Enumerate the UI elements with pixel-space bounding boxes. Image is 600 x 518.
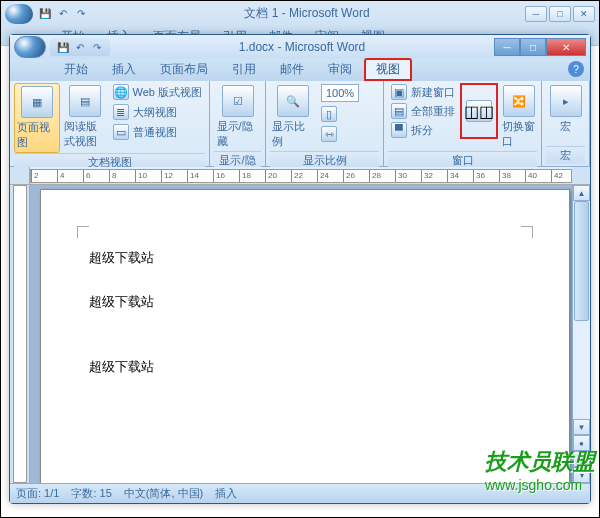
view-side-by-side-button[interactable]: ◫◫ — [460, 83, 498, 139]
page-width-button[interactable]: ⇿ — [318, 125, 362, 143]
group-macro: ▸ 宏 宏 — [542, 81, 590, 166]
undo-icon[interactable]: ↶ — [55, 6, 71, 22]
arrange-all-button[interactable]: ▤全部重排 — [388, 102, 458, 120]
status-bar: 页面: 1/1 字数: 15 中文(简体, 中国) 插入 — [10, 483, 590, 503]
page-view-label: 页面视图 — [17, 120, 57, 150]
bg-close-button[interactable]: ✕ — [573, 6, 595, 22]
macro-icon: ▸ — [550, 85, 582, 117]
redo-icon[interactable]: ↷ — [73, 6, 89, 22]
save-icon[interactable]: 💾 — [37, 6, 53, 22]
arrange-all-icon: ▤ — [391, 103, 407, 119]
ribbon-tabs: 开始 插入 页面布局 引用 邮件 审阅 视图 ? — [10, 59, 590, 81]
reading-view-icon: ▤ — [69, 85, 101, 117]
status-insert-mode[interactable]: 插入 — [215, 486, 237, 501]
reading-view-button[interactable]: ▤ 阅读版式视图 — [62, 83, 108, 151]
margin-corner-tl — [77, 226, 89, 238]
tab-insert[interactable]: 插入 — [100, 58, 148, 81]
quick-access-toolbar-bg: 💾 ↶ ↷ — [37, 6, 89, 22]
switch-window-button[interactable]: 🔀 切换窗口 — [500, 83, 537, 151]
zoom-100-button[interactable]: 100% — [318, 83, 362, 103]
reading-view-label: 阅读版式视图 — [64, 119, 106, 149]
split-icon: ▀ — [391, 122, 407, 138]
status-page[interactable]: 页面: 1/1 — [16, 486, 59, 501]
tab-ref[interactable]: 引用 — [220, 58, 268, 81]
zoom-label: 显示比例 — [272, 119, 314, 149]
zoom-icon: 🔍 — [277, 85, 309, 117]
outline-view-button[interactable]: ≣大纲视图 — [110, 103, 205, 121]
help-icon[interactable]: ? — [568, 61, 584, 77]
vertical-ruler[interactable] — [10, 185, 30, 483]
tab-start[interactable]: 开始 — [52, 58, 100, 81]
office-button-bg[interactable] — [5, 4, 33, 24]
ruler-corner — [10, 167, 30, 184]
scroll-thumb[interactable] — [574, 201, 589, 321]
redo-icon[interactable]: ↷ — [90, 40, 104, 54]
status-word-count[interactable]: 字数: 15 — [71, 486, 111, 501]
web-view-button[interactable]: 🌐Web 版式视图 — [110, 83, 205, 101]
office-button[interactable] — [14, 36, 46, 58]
page-view-icon: ▦ — [21, 86, 53, 118]
draft-view-icon: ▭ — [113, 124, 129, 140]
next-page-button[interactable]: ▾ — [573, 467, 590, 483]
foreground-word-window: 💾 ↶ ↷ 1.docx - Microsoft Word ─ □ ✕ 开始 插… — [9, 34, 591, 504]
tab-review[interactable]: 审阅 — [316, 58, 364, 81]
scroll-track[interactable] — [573, 201, 590, 419]
draft-view-button[interactable]: ▭普通视图 — [110, 123, 205, 141]
show-hide-icon: ☑ — [222, 85, 254, 117]
ruler-scrollbar-spacer — [572, 167, 590, 184]
one-page-button[interactable]: ▯ — [318, 105, 362, 123]
undo-icon[interactable]: ↶ — [73, 40, 87, 54]
switch-window-label: 切换窗口 — [502, 119, 535, 149]
document-page[interactable]: 超级下载站 超级下载站 超级下载站 — [40, 189, 570, 483]
page-viewport[interactable]: 超级下载站 超级下载站 超级下载站 — [30, 185, 572, 483]
maximize-button[interactable]: □ — [520, 38, 546, 56]
switch-window-icon: 🔀 — [503, 85, 535, 117]
paragraph[interactable]: 超级下载站 — [89, 240, 521, 276]
group-document-views: ▦ 页面视图 ▤ 阅读版式视图 🌐Web 版式视图 ≣大纲视图 ▭普通视图 文档… — [10, 81, 210, 166]
close-button[interactable]: ✕ — [546, 38, 586, 56]
macro-label: 宏 — [560, 119, 571, 134]
group-window: ▣新建窗口 ▤全部重排 ▀拆分 ◫◫ 🔀 切换窗口 窗口 — [384, 81, 542, 166]
group-label-macro: 宏 — [546, 146, 585, 164]
document-area: 超级下载站 超级下载站 超级下载站 ▲ ▼ ● ▴ ▾ — [10, 185, 590, 483]
web-view-icon: 🌐 — [113, 84, 129, 100]
quick-access-toolbar: 💾 ↶ ↷ — [50, 38, 110, 56]
macro-button[interactable]: ▸ 宏 — [549, 83, 583, 136]
tab-mail[interactable]: 邮件 — [268, 58, 316, 81]
side-by-side-icon: ◫◫ — [466, 100, 492, 122]
bg-minimize-button[interactable]: ─ — [525, 6, 547, 22]
horizontal-ruler[interactable] — [10, 167, 590, 185]
tab-layout[interactable]: 页面布局 — [148, 58, 220, 81]
tab-view[interactable]: 视图 — [364, 58, 412, 81]
zoom-button[interactable]: 🔍 显示比例 — [270, 83, 316, 151]
bg-window-title: 文档 1 - Microsoft Word — [89, 5, 525, 22]
page-view-button[interactable]: ▦ 页面视图 — [14, 83, 60, 153]
status-language[interactable]: 中文(简体, 中国) — [124, 486, 203, 501]
ribbon: ▦ 页面视图 ▤ 阅读版式视图 🌐Web 版式视图 ≣大纲视图 ▭普通视图 文档… — [10, 81, 590, 167]
paragraph[interactable]: 超级下载站 — [89, 349, 521, 385]
group-zoom: 🔍 显示比例 100% ▯ ⇿ 显示比例 — [266, 81, 384, 166]
outline-view-icon: ≣ — [113, 104, 129, 120]
scroll-down-button[interactable]: ▼ — [573, 419, 590, 435]
one-page-icon: ▯ — [321, 106, 337, 122]
vertical-scrollbar[interactable]: ▲ ▼ ● ▴ ▾ — [572, 185, 590, 483]
prev-page-button[interactable]: ▴ — [573, 451, 590, 467]
scroll-up-button[interactable]: ▲ — [573, 185, 590, 201]
split-button[interactable]: ▀拆分 — [388, 121, 458, 139]
group-show-hide: ☑ 显示/隐藏 显示/隐藏 — [210, 81, 266, 166]
window-title: 1.docx - Microsoft Word — [110, 40, 494, 54]
page-width-icon: ⇿ — [321, 126, 337, 142]
minimize-button[interactable]: ─ — [494, 38, 520, 56]
browse-object-button[interactable]: ● — [573, 435, 590, 451]
bg-maximize-button[interactable]: □ — [549, 6, 571, 22]
save-icon[interactable]: 💾 — [56, 40, 70, 54]
show-hide-button[interactable]: ☑ 显示/隐藏 — [215, 83, 261, 151]
margin-corner-tr — [521, 226, 533, 238]
new-window-icon: ▣ — [391, 84, 407, 100]
paragraph[interactable]: 超级下载站 — [89, 284, 521, 320]
new-window-button[interactable]: ▣新建窗口 — [388, 83, 458, 101]
show-hide-label: 显示/隐藏 — [217, 119, 259, 149]
